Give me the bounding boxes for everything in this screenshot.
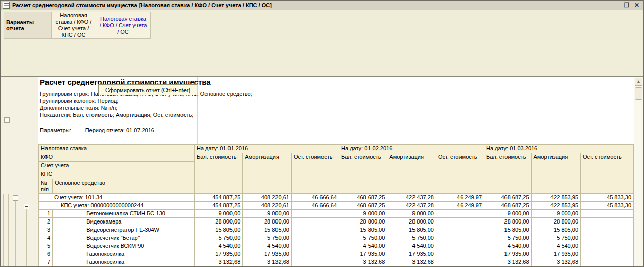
header-measure[interactable]: Амортизация (531, 153, 581, 194)
item-num[interactable]: 8 (39, 266, 53, 267)
value-cell[interactable]: 422 853,95 (531, 194, 581, 202)
value-cell[interactable]: 15 805,00 (243, 226, 292, 234)
value-cell[interactable] (291, 266, 339, 267)
value-cell[interactable]: 408 220,61 (243, 194, 292, 202)
item-num[interactable]: 1 (39, 210, 53, 218)
value-cell[interactable]: 46 249,97 (436, 194, 484, 202)
value-cell[interactable]: 9 000,00 (243, 210, 292, 218)
value-cell[interactable] (581, 242, 634, 250)
value-cell[interactable] (291, 226, 339, 234)
value-cell[interactable]: 3 132,68 (339, 258, 387, 266)
value-cell[interactable] (436, 242, 484, 250)
header-measure[interactable]: Амортизация (387, 153, 436, 194)
group1-row-label[interactable]: Счет учета: 101.34 (39, 194, 195, 202)
item-name[interactable]: Газонокосилка (53, 250, 195, 258)
value-cell[interactable] (291, 242, 339, 250)
header-kps[interactable]: КПС (39, 170, 195, 179)
header-measure[interactable]: Амортизация (243, 153, 292, 194)
value-cell[interactable]: 9 000,00 (531, 210, 581, 218)
value-cell[interactable]: 422 853,95 (531, 202, 581, 210)
variant-tab-2[interactable]: Налоговая ставка / КФО / Счет учета / ОС (96, 12, 151, 39)
value-cell[interactable]: 5 750,00 (387, 234, 436, 242)
value-cell[interactable]: 3 132,68 (484, 258, 532, 266)
header-date-group[interactable]: На дату: 01.02.2016 (339, 145, 484, 153)
value-cell[interactable]: 422 437,28 (387, 194, 436, 202)
item-num[interactable]: 4 (39, 234, 53, 242)
item-num[interactable]: 6 (39, 250, 53, 258)
value-cell[interactable]: 15 805,00 (484, 226, 532, 234)
header-measure[interactable]: Ост. стоимость (291, 153, 339, 194)
value-cell[interactable]: 9 000,00 (339, 210, 387, 218)
value-cell[interactable]: 5 750,00 (339, 234, 387, 242)
value-cell[interactable] (291, 218, 339, 226)
value-cell[interactable]: 4 540,00 (339, 242, 387, 250)
header-asset[interactable]: Основное средство (53, 179, 195, 194)
value-cell[interactable] (436, 210, 484, 218)
value-cell[interactable]: 9 000,00 (387, 210, 436, 218)
header-date-group[interactable]: На дату: 01.03.2016 (484, 145, 634, 153)
value-cell[interactable]: 28 800,00 (339, 218, 387, 226)
value-cell[interactable]: 5 750,00 (194, 234, 242, 242)
value-cell[interactable] (291, 234, 339, 242)
value-cell[interactable]: 45 833,30 (581, 194, 634, 202)
value-cell[interactable]: 28 800,00 (531, 218, 581, 226)
item-num[interactable]: 7 (39, 258, 53, 266)
value-cell[interactable]: 28 800,00 (194, 218, 242, 226)
value-cell[interactable] (291, 258, 339, 266)
close-icon[interactable]: ✕ (634, 2, 639, 9)
item-name[interactable]: Водосчетчик ВСКМ 90 (53, 242, 195, 250)
value-cell[interactable]: 3 132,68 (194, 258, 242, 266)
value-cell[interactable]: 28 800,00 (387, 218, 436, 226)
group2-row-label[interactable]: КПС учета: 00000000000000244 (39, 202, 195, 210)
value-cell[interactable]: 3 132,68 (531, 258, 581, 266)
value-cell[interactable]: 17 935,00 (484, 250, 532, 258)
value-cell[interactable]: 17 935,00 (194, 250, 242, 258)
value-cell[interactable]: 468 687,25 (484, 202, 532, 210)
value-cell[interactable]: 468 687,25 (339, 202, 387, 210)
value-cell[interactable]: 15 805,00 (531, 226, 581, 234)
value-cell[interactable] (581, 266, 634, 267)
value-cell[interactable]: 46 666,64 (291, 202, 339, 210)
value-cell[interactable] (436, 250, 484, 258)
value-cell[interactable] (581, 234, 634, 242)
value-cell[interactable] (581, 250, 634, 258)
value-cell[interactable]: 17 935,00 (339, 250, 387, 258)
value-cell[interactable]: 18 036,00 (339, 266, 387, 267)
value-cell[interactable]: 468 687,25 (339, 194, 387, 202)
minimize-icon[interactable]: _ (615, 2, 619, 9)
value-cell[interactable]: 28 800,00 (243, 218, 292, 226)
value-cell[interactable]: 4 540,00 (484, 242, 532, 250)
value-cell[interactable]: 4 540,00 (243, 242, 292, 250)
item-num[interactable]: 3 (39, 226, 53, 234)
value-cell[interactable]: 4 540,00 (531, 242, 581, 250)
value-cell[interactable]: 45 833,30 (581, 202, 634, 210)
value-cell[interactable]: 9 000,00 (194, 210, 242, 218)
value-cell[interactable]: 4 540,00 (387, 242, 436, 250)
value-cell[interactable]: 3 132,68 (387, 258, 436, 266)
value-cell[interactable]: 5 750,00 (531, 234, 581, 242)
value-cell[interactable]: 3 132,68 (243, 258, 292, 266)
value-cell[interactable]: 5 750,00 (484, 234, 532, 242)
item-name[interactable]: Видеорегистратор FE-304W (53, 226, 195, 234)
header-account[interactable]: Счет учета (39, 162, 195, 170)
item-name[interactable]: Видеокамера (53, 218, 195, 226)
value-cell[interactable] (581, 218, 634, 226)
scroll-up-icon[interactable]: ▲ (635, 78, 642, 86)
value-cell[interactable]: 15 805,00 (339, 226, 387, 234)
value-cell[interactable] (291, 250, 339, 258)
value-cell[interactable]: 468 687,25 (484, 194, 532, 202)
value-cell[interactable]: 408 220,61 (243, 202, 292, 210)
value-cell[interactable] (581, 258, 634, 266)
collapse-account-icon[interactable] (13, 195, 18, 201)
value-cell[interactable] (436, 234, 484, 242)
header-measure[interactable]: Бал. стоимость (339, 153, 387, 194)
header-measure[interactable]: Ост. стоимость (436, 153, 484, 194)
value-cell[interactable]: 454 887,25 (194, 202, 242, 210)
value-cell[interactable]: 5 750,00 (243, 234, 292, 242)
value-cell[interactable]: 28 800,00 (484, 218, 532, 226)
scrollbar-thumb[interactable] (635, 87, 642, 100)
value-cell[interactable]: 18 036,00 (531, 266, 581, 267)
restore-icon[interactable]: ❐ (624, 2, 629, 9)
item-num[interactable]: 5 (39, 242, 53, 250)
item-num[interactable]: 2 (39, 218, 53, 226)
